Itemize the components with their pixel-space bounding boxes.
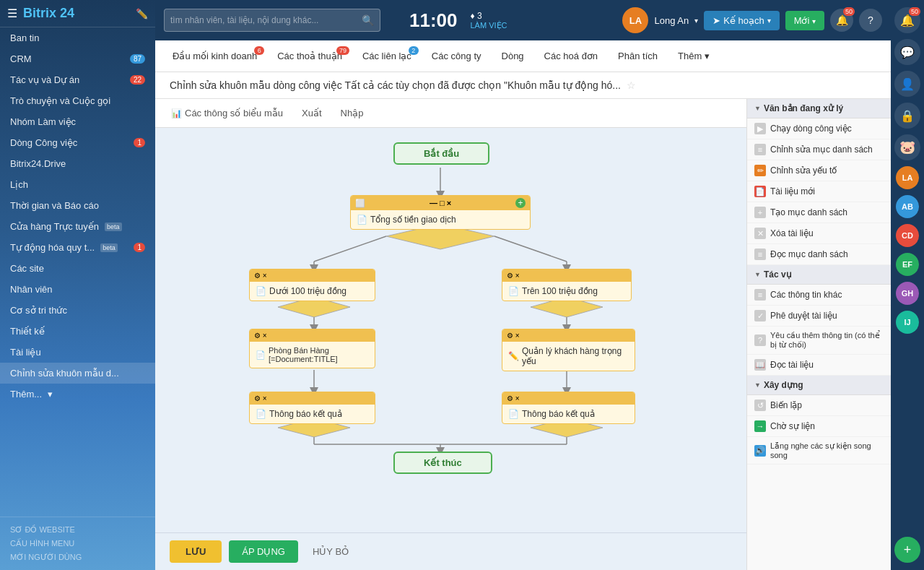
rp-section-tac-vu: Tác vụ — [747, 265, 891, 285]
user-dropdown-icon[interactable]: ▾ — [694, 17, 698, 25]
kehoach-dropdown-icon: ▾ — [767, 17, 771, 25]
workflow-stats-button[interactable]: 📊 Các thông số biểu mẫu — [165, 105, 289, 121]
luu-button[interactable]: LƯU — [170, 540, 222, 563]
rp-item-tao-muc[interactable]: + Tạo mục danh sách — [747, 202, 891, 223]
tab-cac-cong-ty[interactable]: Các công ty — [422, 42, 492, 70]
rp-section-xay-dung: Xây dựng — [747, 376, 891, 395]
sidebar-item-chinh-sua-khuon-mau[interactable]: Chỉnh sửa khuôn mẫu d... — [0, 363, 155, 384]
rp-item-yeu-cau[interactable]: ? Yêu cầu thêm thông tin (có thể bị từ c… — [747, 327, 891, 355]
apdung-button[interactable]: ÁP DỤNG — [229, 540, 298, 563]
nav-tabs: Đầu mối kinh doanh 6 Các thoả thuận 79 C… — [155, 40, 891, 72]
sidebar: ☰ Bitrix 24 ✏️ Ban tin CRM 87 Tác vụ và … — [0, 0, 155, 570]
sidebar-item-lich[interactable]: Lịch — [0, 174, 155, 195]
svg-line-1 — [314, 236, 386, 262]
rp-item-phe-duyet[interactable]: ✓ Phê duyệt tài liệu — [747, 306, 891, 327]
sidebar-item-tac-vu[interactable]: Tác vụ và Dự án 22 — [0, 69, 155, 90]
sidebar-item-tro-chuyen[interactable]: Trò chuyện và Cuộc gọi — [0, 90, 155, 111]
rp-icon-tai-lieu-moi: 📄 — [754, 186, 766, 197]
sidebar-logo: Bitrix 24 — [23, 6, 74, 21]
search-box[interactable]: 🔍 — [164, 9, 380, 32]
piggy-bank-icon-button[interactable]: 🐷 — [894, 134, 920, 160]
sidebar-link-moi-nguoi[interactable]: MỜI NGƯỜI DÙNG — [10, 550, 145, 564]
user-avatar[interactable]: LA — [622, 7, 648, 33]
avatar-3[interactable]: CD — [896, 224, 919, 247]
rp-item-cac-thong-tin[interactable]: ≡ Các thông tin khác — [747, 285, 891, 306]
sidebar-link-cau-hinh[interactable]: CẤU HÌNH MENU — [10, 537, 145, 550]
edit-icon[interactable]: ✏️ — [136, 8, 148, 20]
node-branch1-action2[interactable]: ⚙ × 📄 Thông báo kết quả — [249, 392, 375, 424]
lock-icon-button[interactable]: 🔒 — [894, 103, 920, 129]
moi-button[interactable]: Mới ▾ — [785, 11, 824, 30]
avatar-2[interactable]: AB — [896, 195, 919, 218]
node-branch2-action1[interactable]: ⚙ × ✏️ Quản lý khách hàng trọng yếu — [502, 329, 635, 371]
rp-icon-chinh-sua-muc: ≡ — [754, 144, 766, 155]
rp-item-chinh-sua-muc[interactable]: ≡ Chỉnh sửa mục danh sách — [747, 139, 891, 160]
rp-item-tai-lieu-moi[interactable]: 📄 Tài liệu mới — [747, 181, 891, 202]
more-options-icon-button[interactable]: + — [894, 537, 920, 563]
stats-icon: 📊 — [171, 108, 182, 118]
tab-phan-tich[interactable]: Phân tích — [608, 42, 668, 70]
sidebar-item-cua-hang[interactable]: Cửa hàng Trực tuyến beta — [0, 216, 155, 237]
sidebar-item-bitrix24-drive[interactable]: Bitrix24.Drive — [0, 153, 155, 174]
node-end[interactable]: Kết thúc — [393, 452, 492, 474]
tab-dong[interactable]: Dòng — [492, 42, 534, 70]
user-profile-icon-button[interactable]: 👤 — [894, 71, 920, 97]
node-start[interactable]: Bắt đầu — [393, 142, 489, 165]
tab-cac-lien-lac[interactable]: Các liên lạc 2 — [352, 42, 422, 70]
topbar-right: LA Long An ▾ ➤ Kế hoạch ▾ Mới ▾ 🔔 50 ? — [622, 7, 882, 33]
workflow-wrap: 📊 Các thông số biểu mẫu Xuất Nhập — [155, 99, 891, 570]
sidebar-item-nhom-lam-viec[interactable]: Nhóm Làm việc — [0, 111, 155, 132]
sidebar-item-ban-tin[interactable]: Ban tin — [0, 27, 155, 48]
avatar-4[interactable]: EF — [896, 253, 919, 276]
node-branch2-action2[interactable]: ⚙ × 📄 Thông báo kết quả — [502, 392, 635, 424]
rp-icon-lang-nghe: 🔊 — [754, 445, 766, 457]
chat-icon-button[interactable]: 💬 — [894, 39, 920, 65]
sidebar-item-co-so-tri-thuc[interactable]: Cơ sở tri thức — [0, 300, 155, 321]
sidebar-item-tu-dong-hoa[interactable]: Tự động hóa quy t... beta 1 — [0, 237, 155, 258]
node-condition[interactable]: ⬜ — □ × + 📄 Tổng số tiền giao dịch — [350, 195, 531, 230]
sidebar-link-so-do[interactable]: SƠ ĐỒ WEBSITE — [10, 523, 145, 537]
sidebar-item-tai-lieu[interactable]: Tài liệu — [0, 342, 155, 363]
favorite-star-icon[interactable]: ☆ — [627, 79, 636, 91]
rp-icon-phe-duyet: ✓ — [754, 310, 766, 321]
kehoach-button[interactable]: ➤ Kế hoạch ▾ — [704, 11, 779, 30]
rp-item-lang-nghe[interactable]: 🔊 Lắng nghe các sự kiện song song — [747, 437, 891, 465]
tab-dau-moi-kinh-doanh[interactable]: Đầu mối kinh doanh 6 — [162, 42, 267, 70]
workflow-import-button[interactable]: Nhập — [335, 105, 370, 121]
condition-plus-icon[interactable]: + — [515, 198, 526, 208]
menu-icon[interactable]: ☰ — [7, 7, 17, 20]
rp-icon-yeu-cau: ? — [754, 334, 766, 346]
rp-item-chinh-sua-yeu-to[interactable]: ✏ Chỉnh sửa yếu tố — [747, 160, 891, 181]
avatar-6[interactable]: IJ — [896, 311, 919, 334]
help-button[interactable]: ? — [859, 9, 882, 32]
tab-badge-lien-lac: 2 — [409, 46, 419, 55]
sidebar-item-thiet-ke[interactable]: Thiết kế — [0, 321, 155, 342]
rp-item-cho-su-lien[interactable]: → Chờ sự liện — [747, 416, 891, 437]
avatar-1[interactable]: LA — [896, 166, 919, 189]
rp-item-bien-lap[interactable]: ↺ Biến lặp — [747, 395, 891, 416]
sidebar-item-them[interactable]: Thêm... ▾ — [0, 384, 155, 405]
rp-item-chay-dong[interactable]: ▶ Chạy dòng công việc — [747, 118, 891, 139]
rp-item-doc-tai-lieu[interactable]: 📖 Đọc tài liệu — [747, 355, 891, 376]
workflow-canvas: Bắt đầu ⬜ — □ × + 📄 — [155, 128, 746, 532]
sidebar-item-thoi-gian[interactable]: Thời gian và Báo cáo — [0, 195, 155, 216]
node-branch2-condition[interactable]: ⚙ × 📄 Trên 100 triệu đồng — [502, 269, 632, 301]
tab-cac-thoa-thuan[interactable]: Các thoả thuận 79 — [267, 42, 352, 70]
rp-item-doc-muc[interactable]: ≡ Đọc mục danh sách — [747, 244, 891, 265]
search-input[interactable] — [170, 15, 362, 25]
sidebar-item-nhan-vien[interactable]: Nhân viên — [0, 279, 155, 300]
sidebar-header: ☰ Bitrix 24 ✏️ — [0, 0, 155, 27]
tab-them[interactable]: Thêm ▾ — [668, 42, 720, 70]
avatar-5[interactable]: GH — [896, 282, 919, 305]
sidebar-item-cac-site[interactable]: Các site — [0, 258, 155, 279]
notification-bell-button[interactable]: 🔔 50 — [830, 9, 853, 32]
rp-item-xoa-tai-lieu[interactable]: ✕ Xóa tài liệu — [747, 223, 891, 244]
node-branch1-action1[interactable]: ⚙ × 📄 Phòng Bán Hàng [=Document:TITLE] — [249, 329, 375, 368]
tab-cac-hoa-don[interactable]: Các hoá đơn — [534, 42, 609, 70]
sidebar-item-crm[interactable]: CRM 87 — [0, 48, 155, 69]
workflow-export-button[interactable]: Xuất — [296, 105, 328, 121]
sidebar-item-dong-cong-viec[interactable]: Dòng Công việc 1 — [0, 132, 155, 153]
bell-icon-button[interactable]: 🔔 50 — [894, 7, 920, 33]
node-branch1-condition[interactable]: ⚙ × 📄 Dưới 100 triệu đồng — [249, 269, 375, 301]
huybo-button[interactable]: HỦY BỎ — [305, 540, 356, 563]
